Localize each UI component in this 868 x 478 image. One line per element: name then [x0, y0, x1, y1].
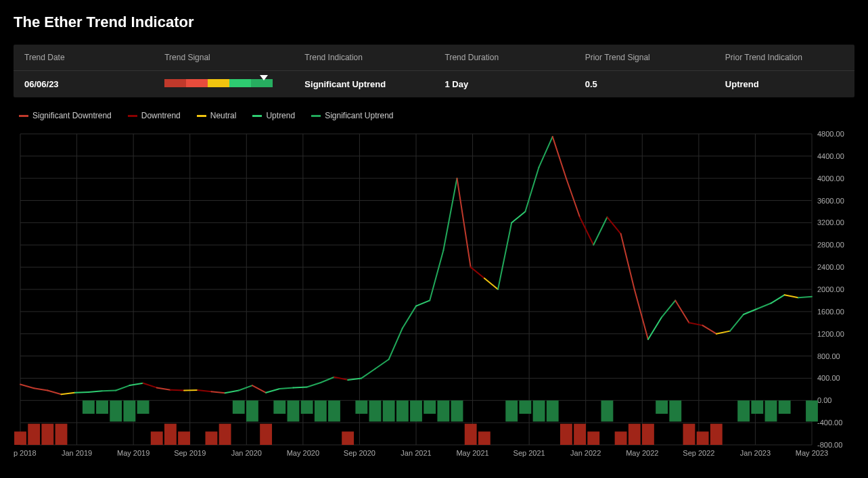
legend-downtrend: Downtrend	[128, 111, 181, 120]
svg-rect-91	[465, 424, 477, 445]
svg-rect-72	[205, 431, 217, 445]
svg-rect-67	[123, 400, 135, 421]
legend-label: Neutral	[210, 111, 237, 120]
svg-rect-95	[533, 400, 545, 421]
svg-line-120	[102, 391, 116, 391]
svg-line-133	[279, 387, 293, 389]
svg-rect-81	[328, 400, 340, 421]
svg-text:400.00: 400.00	[817, 374, 840, 382]
svg-line-122	[129, 383, 143, 385]
svg-rect-63	[55, 424, 68, 445]
svg-text:Jan 2023: Jan 2023	[740, 449, 771, 457]
svg-rect-70	[164, 424, 177, 445]
svg-rect-103	[642, 424, 654, 445]
svg-rect-86	[396, 400, 409, 421]
trend-info-panel: Trend Date Trend Signal Trend Indication…	[14, 45, 854, 97]
svg-line-132	[266, 389, 279, 393]
legend-uptrend: Uptrend	[252, 111, 295, 120]
header-trend-indication: Trend Indication	[294, 45, 434, 71]
price-chart[interactable]: -800.00-400.000.00400.00800.001200.00160…	[14, 127, 852, 458]
svg-rect-68	[137, 400, 150, 414]
svg-line-124	[157, 387, 170, 389]
chart-legend: Significant Downtrend Downtrend Neutral …	[14, 111, 854, 120]
header-trend-signal: Trend Signal	[154, 45, 294, 71]
svg-rect-94	[519, 400, 531, 414]
svg-rect-110	[751, 400, 763, 414]
svg-line-164	[703, 325, 716, 333]
legend-label: Downtrend	[141, 111, 181, 120]
trend-signal-gauge	[164, 79, 273, 87]
svg-text:-800.00: -800.00	[817, 441, 842, 449]
svg-line-149	[498, 222, 511, 289]
header-prior-signal: Prior Trend Signal	[574, 45, 714, 71]
svg-text:Jan 2022: Jan 2022	[570, 449, 601, 457]
svg-rect-105	[669, 400, 681, 421]
svg-line-166	[730, 314, 744, 331]
svg-rect-84	[369, 400, 382, 421]
legend-label: Significant Uptrend	[325, 111, 393, 120]
legend-sig-uptrend: Significant Uptrend	[311, 111, 393, 120]
svg-rect-102	[629, 424, 641, 445]
svg-rect-75	[246, 400, 258, 421]
svg-line-125	[170, 390, 184, 391]
svg-line-135	[307, 383, 321, 387]
svg-rect-107	[697, 431, 709, 445]
svg-line-139	[361, 368, 375, 378]
svg-rect-69	[151, 431, 163, 445]
svg-text:Jan 2019: Jan 2019	[62, 449, 92, 457]
value-trend-duration: 1 Day	[434, 71, 574, 97]
svg-line-165	[716, 331, 730, 334]
svg-rect-101	[615, 431, 627, 445]
value-prior-indication: Uptrend	[714, 71, 854, 97]
svg-line-160	[648, 317, 662, 339]
svg-rect-73	[219, 424, 231, 445]
svg-line-163	[689, 322, 702, 325]
svg-rect-60	[14, 431, 26, 445]
svg-line-155	[580, 217, 593, 245]
svg-text:-400.00: -400.00	[817, 419, 842, 427]
svg-line-153	[553, 137, 566, 178]
svg-text:Jan 2020: Jan 2020	[231, 449, 262, 457]
svg-rect-74	[233, 400, 245, 414]
svg-line-159	[635, 289, 648, 339]
svg-line-118	[75, 392, 89, 393]
svg-rect-82	[342, 431, 354, 445]
value-prior-signal: 0.5	[574, 71, 714, 97]
svg-rect-80	[315, 400, 327, 421]
svg-line-168	[757, 304, 771, 309]
svg-text:Sep 2022: Sep 2022	[683, 449, 714, 457]
svg-line-116	[47, 391, 61, 395]
svg-line-134	[293, 387, 306, 388]
svg-rect-109	[737, 400, 750, 421]
svg-rect-92	[478, 431, 490, 445]
svg-rect-97	[560, 424, 572, 445]
svg-text:3200.00: 3200.00	[817, 218, 844, 226]
svg-rect-64	[83, 400, 95, 414]
svg-line-141	[389, 329, 403, 360]
svg-rect-76	[260, 424, 272, 445]
svg-rect-90	[451, 400, 463, 421]
svg-line-128	[211, 391, 225, 393]
svg-text:Sep 2018: Sep 2018	[14, 449, 37, 457]
svg-line-117	[62, 393, 75, 394]
svg-rect-106	[683, 424, 695, 445]
svg-line-156	[593, 217, 607, 245]
svg-rect-71	[178, 431, 190, 445]
legend-sig-downtrend: Significant Downtrend	[19, 111, 112, 120]
svg-line-145	[443, 178, 457, 251]
svg-text:4000.00: 4000.00	[817, 174, 844, 183]
svg-line-140	[375, 360, 388, 369]
svg-line-131	[252, 385, 266, 393]
svg-text:May 2022: May 2022	[626, 449, 658, 457]
page-title: The Ether Trend Indicator	[14, 14, 854, 31]
svg-rect-65	[96, 400, 108, 414]
legend-label: Uptrend	[266, 111, 295, 120]
legend-neutral: Neutral	[197, 111, 237, 120]
svg-text:2400.00: 2400.00	[817, 263, 844, 271]
svg-line-150	[511, 212, 525, 222]
svg-rect-112	[779, 400, 791, 414]
svg-rect-89	[437, 400, 449, 421]
svg-rect-62	[41, 424, 53, 445]
svg-text:Sep 2019: Sep 2019	[174, 449, 206, 457]
header-prior-indication: Prior Trend Indication	[714, 45, 854, 71]
